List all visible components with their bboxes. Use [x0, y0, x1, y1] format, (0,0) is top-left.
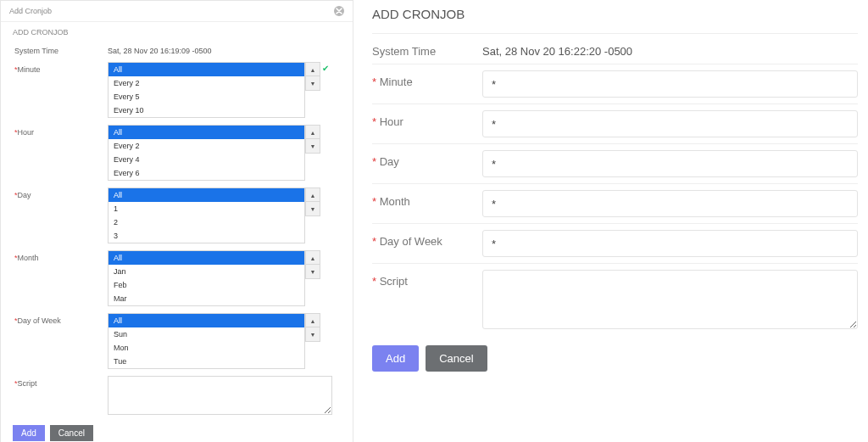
month-input[interactable] — [482, 190, 858, 217]
month-listbox[interactable]: All Jan Feb Mar Apr — [108, 250, 305, 306]
check-placeholder — [319, 313, 332, 315]
minute-label: Minute — [380, 76, 413, 88]
dow-label: Day of Week — [380, 235, 442, 248]
hour-listbox[interactable]: All Every 2 Every 4 Every 6 00:00 — [108, 125, 305, 181]
left-panel: Add Cronjob ADD CRONJOB System Time Sat,… — [0, 0, 353, 442]
day-input[interactable] — [482, 150, 858, 177]
minute-input[interactable] — [482, 70, 858, 98]
check-placeholder — [319, 187, 332, 189]
day-label: Day — [380, 155, 399, 168]
list-item[interactable]: Every 4 — [108, 153, 304, 166]
list-item[interactable]: All — [108, 188, 304, 202]
system-time-value: Sat, 28 Nov 20 16:19:09 -0500 — [108, 43, 212, 55]
list-item[interactable]: 2 — [108, 215, 304, 229]
system-time-label: System Time — [1, 43, 108, 55]
list-item[interactable]: 1 — [108, 202, 304, 215]
day-of-week-listbox[interactable]: All Sun Mon Tue Wed — [108, 313, 305, 369]
list-item[interactable]: Tue — [108, 355, 304, 368]
hour-label: Hour — [380, 115, 403, 128]
right-panel: ADD CRONJOB System Time Sat, 28 Nov 20 1… — [353, 0, 868, 442]
scroll-down-icon[interactable]: ▼ — [305, 327, 320, 342]
minute-listbox[interactable]: All Every 2 Every 5 Every 10 Every 15 — [108, 62, 305, 118]
scroll-down-icon[interactable]: ▼ — [305, 138, 320, 154]
list-item[interactable]: Feb — [108, 278, 304, 292]
list-item[interactable]: 4 — [108, 243, 304, 243]
hour-label: Hour — [18, 128, 35, 137]
close-icon[interactable] — [334, 6, 344, 16]
section-title: ADD CRONJOB — [1, 22, 353, 40]
list-item[interactable]: All — [108, 314, 304, 327]
add-button[interactable]: Add — [372, 345, 419, 372]
script-label: Script — [18, 379, 37, 388]
month-label: Month — [380, 195, 410, 208]
check-placeholder — [319, 250, 332, 252]
day-of-week-input[interactable] — [482, 230, 858, 257]
section-title: ADD CRONJOB — [372, 0, 858, 33]
list-item[interactable]: All — [108, 251, 304, 265]
script-label: Script — [380, 275, 408, 288]
list-item[interactable]: Apr — [108, 305, 304, 306]
list-item[interactable]: Sun — [108, 327, 304, 341]
month-label: Month — [18, 254, 39, 262]
list-item[interactable]: Wed — [108, 368, 304, 369]
add-button[interactable]: Add — [13, 425, 45, 441]
list-item[interactable]: Every 15 — [108, 117, 304, 118]
list-item[interactable]: Jan — [108, 265, 304, 278]
list-item[interactable]: All — [108, 63, 304, 76]
script-textarea[interactable] — [108, 376, 332, 415]
day-listbox[interactable]: All 1 2 3 4 — [108, 187, 305, 243]
script-textarea[interactable] — [482, 270, 858, 329]
system-time-value: Sat, 28 Nov 20 16:22:20 -0500 — [482, 40, 632, 58]
minute-label: Minute — [18, 65, 41, 74]
hour-input[interactable] — [482, 110, 858, 137]
list-item[interactable]: Mar — [108, 292, 304, 305]
system-time-label: System Time — [372, 40, 482, 58]
list-item[interactable]: 3 — [108, 229, 304, 243]
check-icon: ✔ — [319, 62, 332, 73]
scroll-down-icon[interactable]: ▼ — [305, 201, 320, 216]
list-item[interactable]: Every 2 — [108, 139, 304, 153]
dow-label: Day of Week — [18, 316, 61, 325]
window-title: Add Cronjob — [9, 7, 52, 15]
scroll-down-icon[interactable]: ▼ — [305, 76, 320, 91]
day-label: Day — [18, 191, 31, 199]
list-item[interactable]: Mon — [108, 341, 304, 355]
scroll-down-icon[interactable]: ▼ — [305, 264, 320, 279]
check-placeholder — [319, 125, 332, 126]
list-item[interactable]: All — [108, 126, 304, 139]
list-item[interactable]: Every 6 — [108, 166, 304, 180]
list-item[interactable]: Every 10 — [108, 104, 304, 117]
list-item[interactable]: 00:00 — [108, 180, 304, 181]
list-item[interactable]: Every 5 — [108, 90, 304, 104]
cancel-button[interactable]: Cancel — [50, 425, 93, 441]
cancel-button[interactable]: Cancel — [426, 345, 487, 372]
list-item[interactable]: Every 2 — [108, 76, 304, 90]
